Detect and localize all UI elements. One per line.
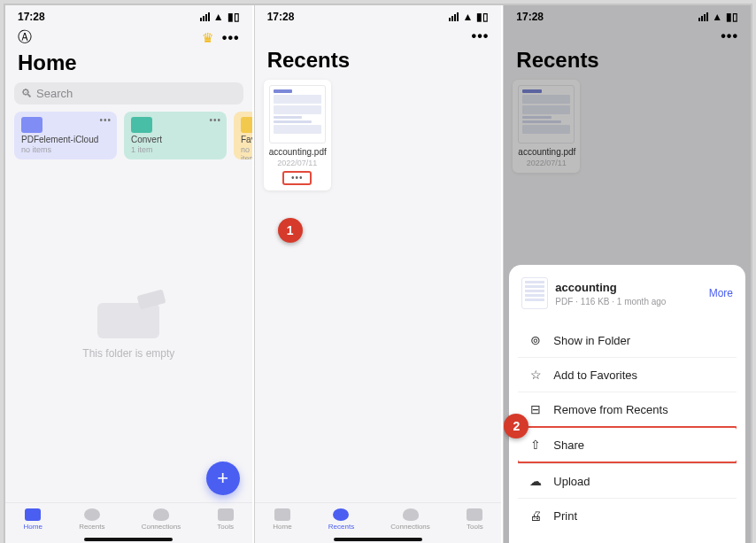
tab-recents[interactable]: Recents xyxy=(328,508,354,531)
empty-text: This folder is empty xyxy=(82,347,174,360)
tab-label: Home xyxy=(273,523,291,531)
connections-icon xyxy=(153,508,169,521)
sheet-more-link[interactable]: More xyxy=(709,287,733,299)
menu-label: Show in Folder xyxy=(553,334,630,347)
folder-sub: no items xyxy=(21,145,110,154)
screen-recents-sheet: 17:28 ▲ ▮▯ ••• Recents accounting.pdf 20… xyxy=(503,5,751,543)
empty-state: This folder is empty xyxy=(5,159,252,502)
tab-label: Tools xyxy=(217,523,234,531)
folder-name: PDFelement-iCloud xyxy=(21,135,110,144)
add-button[interactable]: + xyxy=(206,462,240,495)
menu-share[interactable]: ⇧Share xyxy=(518,426,737,463)
print-icon: 🖨︎ xyxy=(528,508,543,523)
target-icon: ⊚ xyxy=(528,333,543,347)
tab-connections[interactable]: Connections xyxy=(390,508,429,531)
wifi-icon: ▲ xyxy=(462,11,473,23)
tab-recents[interactable]: Recents xyxy=(79,508,104,531)
annotation-1: 1 xyxy=(278,218,303,243)
folder-icon xyxy=(21,117,42,133)
plus-icon: + xyxy=(217,467,228,490)
search-placeholder: Search xyxy=(36,87,73,100)
screen-home: 17:28 ▲ ▮▯ Ⓐ ♛ ••• Home 🔍︎ Search ••• PD… xyxy=(5,5,252,543)
status-bar: 17:28 ▲ ▮▯ xyxy=(255,5,502,25)
action-menu: ⊚Show in Folder ☆Add to Favorites ⊟Remov… xyxy=(518,323,737,532)
tab-label: Tools xyxy=(467,523,483,531)
upload-icon: ☁ xyxy=(528,474,543,488)
menu-label: Add to Favorites xyxy=(553,368,637,382)
folder-convert[interactable]: ••• Convert 1 item xyxy=(124,112,227,159)
battery-icon: ▮▯ xyxy=(476,11,489,23)
folder-name: Favorite xyxy=(241,135,252,144)
tab-label: Connections xyxy=(390,523,429,531)
menu-upload[interactable]: ☁Upload xyxy=(518,463,737,498)
page-title: Recents xyxy=(255,44,502,80)
home-indicator[interactable] xyxy=(84,538,173,541)
folder-name: Convert xyxy=(131,135,220,144)
home-indicator[interactable] xyxy=(334,538,422,541)
tab-home[interactable]: Home xyxy=(273,508,291,531)
crown-icon[interactable]: ♛ xyxy=(202,30,213,46)
folder-more-icon[interactable]: ••• xyxy=(99,115,112,125)
folder-more-icon[interactable]: ••• xyxy=(209,115,221,125)
screen-recents: 17:28 ▲ ▮▯ ••• Recents accounting.pdf 20… xyxy=(254,5,502,543)
tab-tools[interactable]: Tools xyxy=(467,508,483,531)
home-icon xyxy=(274,508,290,521)
account-icon[interactable]: Ⓐ xyxy=(18,28,32,47)
recents-icon xyxy=(333,508,349,521)
tab-label: Recents xyxy=(79,523,104,531)
menu-label: Print xyxy=(553,509,577,523)
remove-icon: ⊟ xyxy=(528,402,543,416)
menu-show-in-folder[interactable]: ⊚Show in Folder xyxy=(518,323,737,357)
connections-icon xyxy=(403,508,419,521)
tab-label: Recents xyxy=(328,523,354,531)
recents-icon xyxy=(84,508,100,521)
folder-sub: 1 item xyxy=(131,145,220,154)
tab-connections[interactable]: Connections xyxy=(142,508,181,531)
tab-label: Connections xyxy=(142,523,181,531)
tab-label: Home xyxy=(24,523,42,531)
more-icon[interactable]: ••• xyxy=(472,28,490,44)
menu-add-to-favorites[interactable]: ☆Add to Favorites xyxy=(518,357,737,392)
action-sheet: accounting PDF · 116 KB · 1 month ago Mo… xyxy=(509,265,745,543)
search-input[interactable]: 🔍︎ Search xyxy=(14,82,243,105)
wifi-icon: ▲ xyxy=(213,11,224,23)
sheet-title: accounting xyxy=(555,281,666,294)
sheet-meta: PDF · 116 KB · 1 month ago xyxy=(555,297,666,306)
menu-label: Remove from Recents xyxy=(553,403,667,416)
search-icon: 🔍︎ xyxy=(21,87,33,100)
status-time: 17:28 xyxy=(267,11,295,23)
tab-home[interactable]: Home xyxy=(24,508,42,531)
folder-pdfelement-icloud[interactable]: ••• PDFelement-iCloud no items xyxy=(14,112,117,159)
menu-remove-from-recents[interactable]: ⊟Remove from Recents xyxy=(518,392,737,426)
share-icon: ⇧ xyxy=(528,438,543,452)
menu-label: Upload xyxy=(553,475,590,488)
tools-icon xyxy=(467,508,482,521)
more-icon[interactable]: ••• xyxy=(222,30,240,46)
status-bar: 17:28 ▲ ▮▯ xyxy=(5,5,252,25)
file-more-button[interactable]: ••• xyxy=(282,171,312,185)
annotation-label: 1 xyxy=(287,223,294,237)
file-date: 2022/07/11 xyxy=(269,159,326,167)
annotation-label: 2 xyxy=(513,419,520,433)
folder-sub: no items xyxy=(241,145,252,159)
file-name: accounting.pdf xyxy=(269,147,326,157)
tools-icon xyxy=(218,508,234,521)
document-thumbnail xyxy=(269,85,326,144)
star-icon: ☆ xyxy=(528,368,543,382)
menu-label: Share xyxy=(553,438,584,452)
signal-icon xyxy=(200,12,210,21)
page-title: Home xyxy=(5,47,252,82)
status-indicators: ▲ ▮▯ xyxy=(449,11,489,23)
battery-icon: ▮▯ xyxy=(228,11,240,23)
status-time: 17:28 xyxy=(18,11,45,23)
status-indicators: ▲ ▮▯ xyxy=(200,11,240,23)
menu-print[interactable]: 🖨︎Print xyxy=(518,498,737,532)
folder-icon xyxy=(241,117,252,133)
home-icon xyxy=(25,508,41,521)
sheet-thumbnail xyxy=(521,277,548,309)
signal-icon xyxy=(449,12,459,21)
empty-illustration xyxy=(97,303,159,338)
tab-tools[interactable]: Tools xyxy=(217,508,234,531)
file-card[interactable]: accounting.pdf 2022/07/11 ••• xyxy=(264,80,331,190)
folder-favorite[interactable]: Favorite no items xyxy=(234,112,252,159)
